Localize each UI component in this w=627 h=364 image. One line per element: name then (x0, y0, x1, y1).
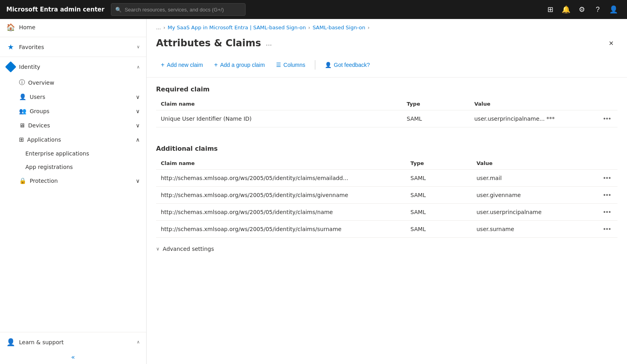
claim-value-cell: user.givenname (472, 187, 597, 204)
groups-chevron: ∨ (136, 108, 140, 114)
table-row[interactable]: http://schemas.xmlsoap.org/ws/2005/05/id… (156, 187, 617, 204)
row-dots-button[interactable]: ••• (602, 114, 613, 123)
claim-value-cell: user.surname (472, 221, 597, 238)
sidebar-item-identity[interactable]: Identity ∧ (0, 59, 146, 75)
sidebar-subitem-groups[interactable]: 👥 Groups ∨ (0, 104, 146, 118)
sidebar-applications-label: Applications (27, 136, 61, 143)
sidebar-item-home-label: Home (19, 24, 140, 30)
breadcrumb-link-2[interactable]: SAML-based Sign-on (313, 25, 365, 30)
claim-name-cell: http://schemas.xmlsoap.org/ws/2005/05/id… (156, 221, 406, 238)
add-group-claim-button[interactable]: + Add a group claim (209, 59, 269, 71)
table-row[interactable]: Unique User Identifier (Name ID) SAML us… (156, 110, 617, 127)
claim-name-cell: Unique User Identifier (Name ID) (156, 110, 402, 127)
sidebar-subitem-applications[interactable]: ⊞ Applications ∧ (0, 133, 146, 147)
sidebar-subitem-overview[interactable]: ⓘ Overview (0, 75, 146, 90)
page-title: Attributes & Claims (156, 38, 261, 49)
row-dots-button[interactable]: ••• (602, 191, 613, 199)
additional-section-title: Additional claims (156, 145, 617, 152)
breadcrumb-sep-2: › (308, 25, 310, 30)
sidebar-subitem-users[interactable]: 👤 Users ∨ (0, 90, 146, 104)
bell-icon-button[interactable]: 🔔 (559, 2, 573, 17)
required-claims-table: Claim name Type Value Unique User Identi… (156, 98, 617, 127)
sidebar-subitem-app-registrations[interactable]: App registrations (0, 160, 146, 174)
row-dots-button[interactable]: ••• (602, 225, 613, 233)
sidebar-favorites-label: Favorites (19, 44, 133, 50)
toolbar: + Add new claim + Add a group claim ☰ Co… (147, 56, 627, 78)
gear-icon-button[interactable]: ⚙ (575, 2, 589, 17)
add-claim-button[interactable]: + Add new claim (156, 59, 208, 71)
claim-value-cell: user.userprincipalname... *** (469, 110, 597, 127)
advanced-settings[interactable]: ∨ Advanced settings (147, 238, 627, 260)
person-icon-button[interactable]: 👤 (606, 2, 621, 17)
learn-support-icon: 👤 (6, 338, 15, 346)
sidebar-item-favorites[interactable]: ★ Favorites ∨ (0, 39, 146, 55)
table-row[interactable]: http://schemas.xmlsoap.org/ws/2005/05/id… (156, 170, 617, 187)
help-icon-button[interactable]: ? (591, 2, 605, 17)
row-actions-cell: ••• (597, 204, 617, 221)
table-row[interactable]: http://schemas.xmlsoap.org/ws/2005/05/id… (156, 221, 617, 238)
row-actions-cell: ••• (597, 170, 617, 187)
enterprise-apps-label: Enterprise applications (25, 150, 89, 157)
users-chevron: ∨ (136, 94, 140, 100)
row-actions-cell: ••• (597, 221, 617, 238)
bell-icon: 🔔 (562, 5, 570, 14)
users-icon: 👤 (19, 93, 27, 100)
close-button[interactable]: × (605, 37, 617, 49)
sidebar-subitem-devices[interactable]: 🖥 Devices ∨ (0, 118, 146, 133)
sidebar-collapse-button[interactable]: « (0, 350, 146, 364)
breadcrumb-sep-1: › (163, 25, 165, 30)
app-registrations-label: App registrations (25, 164, 73, 170)
claim-type-cell: SAML (402, 110, 470, 127)
sidebar-subitem-protection[interactable]: 🔒 Protection ∨ (0, 174, 146, 188)
breadcrumb-sep-3: › (368, 25, 370, 30)
help-icon: ? (596, 6, 600, 14)
search-bar[interactable]: 🔍 (111, 3, 246, 16)
breadcrumb-dots[interactable]: ... (156, 25, 161, 30)
row-dots-button[interactable]: ••• (602, 208, 613, 216)
add-group-plus-icon: + (214, 61, 217, 68)
learn-support-chevron: ∧ (137, 339, 140, 345)
claim-type-cell: SAML (406, 221, 472, 238)
claim-value-cell: user.mail (472, 170, 597, 187)
sidebar-item-home[interactable]: 🏠 Home (0, 19, 146, 35)
gear-icon: ⚙ (579, 5, 585, 14)
page-header-dots-button[interactable]: ... (266, 40, 272, 47)
applications-chevron: ∧ (136, 136, 140, 143)
sidebar-protection-label: Protection (30, 178, 58, 184)
claim-value-cell: user.userprincipalname (472, 204, 597, 221)
columns-button[interactable]: ☰ Columns (271, 59, 310, 70)
sidebar-item-learn-support[interactable]: 👤 Learn & support ∧ (0, 334, 146, 350)
advanced-settings-label: Advanced settings (163, 246, 214, 252)
claim-type-cell: SAML (406, 204, 472, 221)
person-icon: 👤 (609, 5, 618, 14)
star-icon: ★ (6, 43, 15, 51)
divider-2 (0, 57, 146, 57)
grid-icon-button[interactable]: ⊞ (543, 2, 557, 17)
feedback-button[interactable]: 👤 Got feedback? (320, 59, 375, 70)
sidebar-overview-label: Overview (28, 80, 54, 86)
search-input[interactable] (125, 7, 241, 13)
sidebar-identity-label: Identity (19, 64, 133, 70)
main-content: ... › My SaaS App in Microsoft Entra | S… (147, 19, 627, 364)
additional-col-actions (597, 157, 617, 170)
table-row[interactable]: http://schemas.xmlsoap.org/ws/2005/05/id… (156, 204, 617, 221)
app-title: Microsoft Entra admin center (6, 6, 105, 13)
toolbar-separator (315, 60, 315, 70)
identity-chevron: ∧ (137, 64, 140, 70)
overview-icon: ⓘ (19, 79, 25, 86)
breadcrumb-link-1[interactable]: My SaaS App in Microsoft Entra | SAML-ba… (168, 25, 306, 30)
grid-icon: ⊞ (547, 5, 553, 14)
additional-col-type: Type (406, 157, 472, 170)
home-icon: 🏠 (6, 23, 15, 31)
applications-icon: ⊞ (19, 136, 24, 143)
protection-chevron: ∨ (136, 178, 140, 184)
row-actions-cell: ••• (597, 187, 617, 204)
page-header: Attributes & Claims ... × (147, 34, 627, 56)
row-actions-cell: ••• (597, 110, 617, 127)
topbar: Microsoft Entra admin center 🔍 ⊞ 🔔 ⚙ ? 👤 (0, 0, 627, 19)
additional-claims-table: Claim name Type Value http://schemas.xml… (156, 157, 617, 238)
collapse-icon: « (71, 353, 75, 361)
sidebar-subitem-enterprise-apps[interactable]: Enterprise applications (0, 147, 146, 160)
add-claim-label: Add new claim (167, 62, 203, 68)
row-dots-button[interactable]: ••• (602, 174, 613, 182)
